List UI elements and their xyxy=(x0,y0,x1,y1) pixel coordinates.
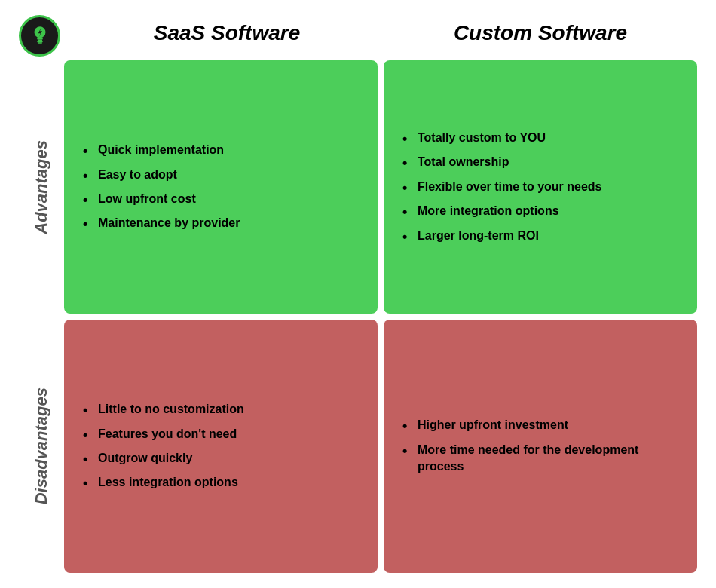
saas-advantages-list: Quick implementation Easy to adopt Low u… xyxy=(83,142,359,232)
custom-adv-1: Totally custom to YOU xyxy=(402,130,678,146)
disadvantages-row: Little to no customization Features you … xyxy=(64,320,697,573)
custom-adv-5: Larger long-term ROI xyxy=(402,228,678,244)
custom-header: Custom Software xyxy=(384,15,697,51)
main-container: SaaS Software Custom Software Advantages… xyxy=(19,15,697,573)
saas-disadv-2: Features you don't need xyxy=(83,426,359,443)
disadvantages-label-container: Disadvantages xyxy=(19,320,64,573)
header-row: SaaS Software Custom Software xyxy=(19,15,697,51)
custom-disadvantages-cell: Higher upfront investment More time need… xyxy=(384,320,697,573)
saas-adv-2: Easy to adopt xyxy=(83,167,359,183)
saas-adv-1: Quick implementation xyxy=(83,142,359,158)
saas-disadv-1: Little to no customization xyxy=(83,401,359,418)
saas-disadvantages-cell: Little to no customization Features you … xyxy=(64,320,378,573)
custom-adv-2: Total ownership xyxy=(402,154,678,170)
advantages-label-container: Advantages xyxy=(19,60,64,314)
grid-cells: Quick implementation Easy to adopt Low u… xyxy=(64,60,697,573)
saas-disadv-4: Less integration options xyxy=(83,474,359,491)
svg-rect-4 xyxy=(37,41,43,42)
row-labels: Advantages Disadvantages xyxy=(19,60,64,573)
custom-disadv-2: More time needed for the development pro… xyxy=(402,442,678,476)
svg-rect-1 xyxy=(37,37,43,39)
svg-rect-2 xyxy=(38,39,42,41)
saas-disadv-3: Outgrow quickly xyxy=(83,450,359,467)
saas-header: SaaS Software xyxy=(70,15,384,51)
grid-area: Advantages Disadvantages Quick implement… xyxy=(19,60,697,573)
advantages-label: Advantages xyxy=(32,140,51,234)
custom-advantages-cell: Totally custom to YOU Total ownership Fl… xyxy=(384,60,697,314)
logo-icon xyxy=(19,15,60,57)
svg-rect-5 xyxy=(38,42,42,44)
custom-disadv-1: Higher upfront investment xyxy=(402,417,678,433)
saas-advantages-cell: Quick implementation Easy to adopt Low u… xyxy=(64,60,378,314)
advantages-row: Quick implementation Easy to adopt Low u… xyxy=(64,60,697,314)
saas-disadvantages-list: Little to no customization Features you … xyxy=(83,401,359,492)
custom-advantages-list: Totally custom to YOU Total ownership Fl… xyxy=(402,130,678,244)
custom-adv-3: Flexible over time to your needs xyxy=(402,179,678,195)
custom-adv-4: More integration options xyxy=(402,203,678,219)
col-headers: SaaS Software Custom Software xyxy=(70,15,697,51)
disadvantages-label: Disadvantages xyxy=(32,387,51,504)
custom-disadvantages-list: Higher upfront investment More time need… xyxy=(402,417,678,475)
saas-adv-3: Low upfront cost xyxy=(83,191,359,207)
saas-adv-4: Maintenance by provider xyxy=(83,215,359,231)
